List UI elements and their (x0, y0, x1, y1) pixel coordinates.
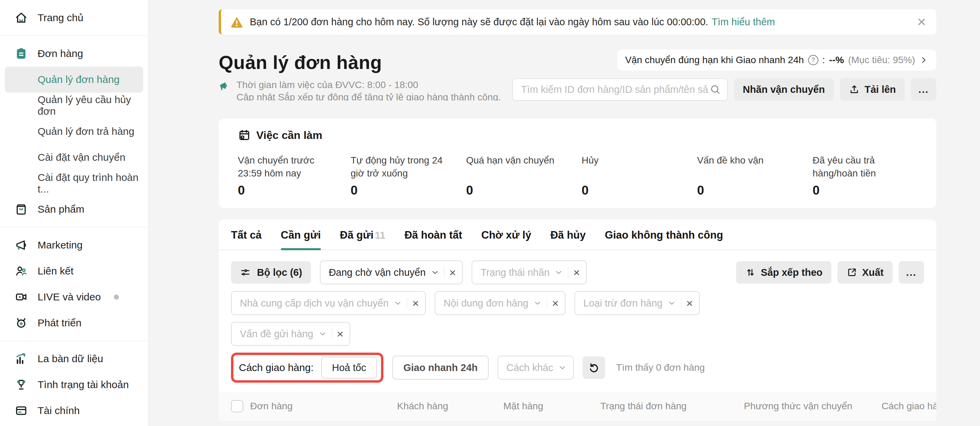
order-table-header: Đơn hàng Khách hàng Mặt hàng Trạng thái … (219, 391, 936, 421)
search-icon[interactable] (710, 84, 721, 95)
column-header-items[interactable]: Mặt hàng (503, 401, 600, 412)
delivery-option-fast24[interactable]: Giao nhanh 24h (392, 356, 488, 380)
sidebar-item-live-video[interactable]: LIVE và video (0, 284, 148, 310)
delivery-option-other[interactable]: Cách khác (498, 356, 574, 380)
filter-chip-shipping-status[interactable]: Đang chờ vận chuyển × (320, 260, 463, 284)
todo-item-overdue[interactable]: Quá hạn vận chuyển 0 (466, 154, 582, 198)
sidebar-item-growth[interactable]: Phát triển (0, 310, 148, 336)
chip-label: Loại trừ đơn hàng (583, 298, 663, 309)
export-icon (846, 267, 858, 278)
reset-filters-button[interactable] (582, 356, 605, 379)
column-header-shipping-method[interactable]: Phương thức vận chuyển (744, 401, 881, 412)
filter-icon (240, 267, 251, 278)
sidebar-item-returns[interactable]: Quản lý đơn trả hàng (0, 119, 148, 144)
todo-item-auto-cancel[interactable]: Tự động hủy trong 24 giờ trở xuống 0 (351, 154, 466, 198)
chevron-down-icon (393, 299, 402, 307)
sidebar-item-account-health[interactable]: Tình trạng tài khoản (0, 372, 148, 397)
column-header-customer[interactable]: Khách hàng (397, 401, 503, 412)
bar-chart-icon (14, 352, 28, 366)
credit-card-icon (14, 404, 28, 418)
search-input[interactable] (520, 84, 710, 96)
sidebar-item-return-process-settings[interactable]: Cài đặt quy trình hoàn t... (0, 170, 148, 196)
filter-chip-order-content[interactable]: Nội dung đơn hàng × (434, 291, 565, 315)
filter-chip-exclude-orders[interactable]: Loại trừ đơn hàng × (574, 291, 700, 315)
metric-target: (Mục tiêu: 95%) (848, 55, 915, 65)
filter-chip-shipping-issue[interactable]: Vấn đề gửi hàng × (231, 322, 350, 346)
home-icon (14, 11, 28, 25)
notice-line-2: Cập nhật Sắp xếp tự động để tăng tỷ lệ g… (237, 91, 512, 101)
column-header-order[interactable]: Đơn hàng (250, 401, 397, 412)
calendar-clock-icon (238, 129, 251, 142)
sidebar-item-products[interactable]: Sản phẩm (0, 196, 148, 222)
shipping-label-button[interactable]: Nhãn vận chuyển (734, 78, 834, 101)
sidebar-item-home[interactable]: Trang chủ (0, 5, 148, 31)
remove-filter-icon[interactable]: × (337, 328, 344, 340)
tab-count-badge: 11 (375, 230, 385, 241)
column-header-delivery-method[interactable]: Cách giao hàng (881, 401, 936, 412)
more-button[interactable]: ... (899, 261, 924, 283)
todo-card: Việc cần làm Vận chuyển trước 23:59 hôm … (219, 119, 936, 208)
tab-completed[interactable]: Đã hoàn tất (404, 229, 462, 250)
sidebar-item-shipping-settings[interactable]: Cài đặt vận chuyển (0, 144, 148, 170)
reset-icon (588, 361, 600, 374)
filter-button-text: Bộ lọc (6) (257, 267, 302, 278)
chip-divider (547, 298, 547, 308)
remove-filter-icon[interactable]: × (686, 297, 693, 309)
page-title: Quản lý đơn hàng (219, 52, 512, 73)
sidebar-item-cancel-requests[interactable]: Quản lý yêu cầu hủy đơn (0, 92, 148, 119)
sidebar-item-label: Trang chủ (38, 12, 83, 24)
carrier-notice-text: Thời gian làm việc của ĐVVC: 8:00 - 18:0… (237, 79, 512, 101)
sidebar-item-marketing[interactable]: Marketing (0, 232, 148, 258)
help-icon[interactable]: ? (808, 55, 818, 65)
tab-to-ship[interactable]: Cần gửi (281, 229, 321, 250)
tab-pending[interactable]: Chờ xử lý (482, 229, 531, 250)
todo-label: Tự động hủy trong 24 giờ trở xuống (351, 154, 446, 181)
learn-more-link[interactable]: Tìm hiểu thêm (712, 16, 775, 28)
notification-dot (114, 295, 119, 300)
todo-item-ship-today[interactable]: Vận chuyển trước 23:59 hôm nay 0 (238, 154, 351, 198)
upload-button[interactable]: Tải lên (840, 78, 905, 101)
carrier-notice: Thời gian làm việc của ĐVVC: 8:00 - 18:0… (219, 79, 512, 101)
sidebar-item-order-management[interactable]: Quản lý đơn hàng (5, 67, 143, 92)
filter-chip-label-status[interactable]: Trạng thái nhãn × (471, 260, 587, 284)
tab-label: Đã hủy (550, 229, 585, 241)
quota-warning-banner: Bạn có 1/200 đơn hàng cho hôm nay. Số lư… (219, 9, 936, 35)
todo-item-logistics-issue[interactable]: Vấn đề kho vận 0 (697, 154, 813, 198)
filter-row-delivery: Cách giao hàng: Hoả tốc Giao nhanh 24h C… (231, 353, 924, 383)
sort-button[interactable]: Sắp xếp theo (736, 261, 831, 283)
search-box[interactable] (512, 78, 728, 101)
tab-delivery-failed[interactable]: Giao không thành công (605, 229, 723, 250)
sidebar-item-finance[interactable]: Tài chính (0, 397, 148, 424)
export-button[interactable]: Xuất (837, 261, 892, 283)
column-header-order-status[interactable]: Trạng thái đơn hàng (600, 401, 744, 412)
tab-all[interactable]: Tất cả (231, 229, 262, 250)
tab-shipped[interactable]: Đã gửi11 (340, 229, 385, 250)
chip-label: Nhà cung cấp dịch vụ vận chuyển (240, 298, 388, 309)
sidebar-item-label: Cài đặt vận chuyển (38, 152, 126, 163)
delivery-option-express[interactable]: Hoả tốc (321, 357, 377, 378)
list-actions: Sắp xếp theo Xuất ... (736, 261, 924, 283)
sidebar-item-affiliate[interactable]: Liên kết (0, 258, 148, 284)
tab-cancelled[interactable]: Đã hủy (550, 229, 585, 250)
on-time-shipping-metric[interactable]: Vận chuyển đúng hạn khi Giao nhanh 24h ?… (617, 49, 937, 71)
todo-item-return-refund[interactable]: Đã yêu cầu trả hàng/hoàn tiền 0 (813, 154, 923, 198)
remove-filter-icon[interactable]: × (552, 297, 559, 309)
filter-chip-carrier[interactable]: Nhà cung cấp dịch vụ vận chuyển × (231, 291, 426, 315)
sidebar-divider (0, 340, 148, 341)
select-all-checkbox[interactable] (231, 400, 243, 412)
sidebar-item-orders[interactable]: Đơn hàng (0, 41, 148, 67)
todo-label: Quá hạn vận chuyển (466, 154, 582, 181)
sidebar-item-data-compass[interactable]: La bàn dữ liệu (0, 346, 148, 372)
close-icon[interactable]: × (917, 14, 926, 29)
todo-item-cancelled[interactable]: Hủy 0 (582, 154, 697, 198)
chip-divider (407, 298, 407, 308)
more-button[interactable]: ... (911, 78, 936, 101)
page-header-right: Vận chuyển đúng hạn khi Giao nhanh 24h ?… (512, 49, 936, 101)
filter-button[interactable]: Bộ lọc (6) (231, 261, 311, 283)
remove-filter-icon[interactable]: × (573, 267, 580, 278)
upload-icon (849, 84, 860, 95)
remove-filter-icon[interactable]: × (412, 297, 419, 309)
chevron-down-icon (554, 268, 563, 277)
remove-filter-icon[interactable]: × (449, 267, 456, 278)
notice-line-1: Thời gian làm việc của ĐVVC: 8:00 - 18:0… (237, 79, 512, 91)
